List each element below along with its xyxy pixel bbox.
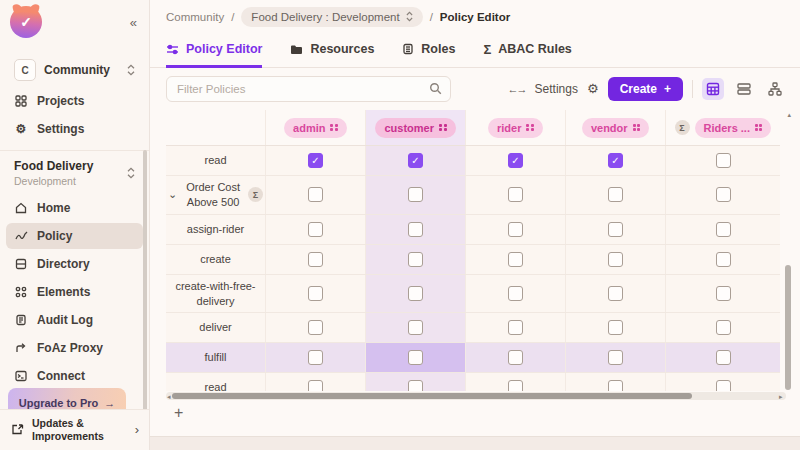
sidebar-item-connect[interactable]: Connect	[6, 363, 143, 389]
tab-abac-rules[interactable]: Σ ABAC Rules	[483, 33, 571, 68]
view-table-button[interactable]	[702, 78, 724, 100]
permission-checkbox[interactable]	[308, 252, 323, 267]
permission-checkbox[interactable]	[308, 187, 323, 202]
search-icon	[429, 82, 442, 95]
role-grid-icon	[439, 124, 447, 132]
gear-icon[interactable]: ⚙	[587, 81, 599, 96]
role-pill[interactable]: customer	[375, 118, 455, 138]
project-selector[interactable]: Food Delivery Development	[8, 157, 141, 189]
permission-checkbox[interactable]	[408, 252, 423, 267]
permission-checkbox[interactable]	[508, 380, 523, 391]
permission-cell: ✓	[266, 146, 366, 175]
permission-checkbox[interactable]	[608, 320, 623, 335]
permission-checkbox[interactable]	[508, 222, 523, 237]
sidebar-collapse-icon[interactable]: «	[130, 15, 137, 30]
resize-columns-icon[interactable]: ←→	[508, 83, 526, 95]
policy-icon	[14, 230, 28, 242]
matrix-row: create	[166, 245, 780, 275]
permission-checkbox[interactable]: ✓	[408, 153, 423, 168]
view-list-button[interactable]	[733, 78, 755, 100]
permission-checkbox[interactable]: ✓	[608, 153, 623, 168]
filter-policies-field[interactable]	[166, 76, 451, 102]
role-pill[interactable]: rider	[488, 118, 543, 138]
org-selector[interactable]: C Community	[8, 54, 141, 86]
permission-checkbox[interactable]	[408, 286, 423, 301]
permission-checkbox[interactable]	[308, 286, 323, 301]
permission-checkbox[interactable]	[716, 222, 731, 237]
permission-checkbox[interactable]	[716, 350, 731, 365]
role-pill[interactable]: admin	[284, 118, 347, 138]
breadcrumb: Community / Food Delivery : Development …	[150, 0, 800, 33]
sidebar-scrollbar[interactable]	[143, 150, 147, 422]
permission-checkbox[interactable]	[308, 320, 323, 335]
permission-checkbox[interactable]	[716, 380, 731, 391]
breadcrumb-root[interactable]: Community	[166, 11, 224, 23]
settings-button[interactable]: Settings	[535, 82, 578, 96]
tab-policy-editor[interactable]: Policy Editor	[166, 33, 262, 68]
permission-checkbox[interactable]	[408, 187, 423, 202]
sidebar-item-audit-log[interactable]: Audit Log	[6, 307, 143, 333]
permission-checkbox[interactable]	[608, 286, 623, 301]
permission-checkbox[interactable]	[716, 153, 731, 168]
action-label-cell: create	[166, 245, 266, 274]
scroll-left-arrow-icon[interactable]: ◂	[167, 392, 171, 401]
permission-checkbox[interactable]	[716, 187, 731, 202]
chevron-down-icon[interactable]: ⌄	[168, 188, 177, 201]
role-header-cell: admin	[266, 110, 366, 145]
tab-roles[interactable]: Roles	[402, 33, 455, 68]
sidebar-item-elements[interactable]: Elements	[6, 279, 143, 305]
tab-bar: Policy Editor Resources Roles Σ ABAC Rul…	[150, 33, 800, 68]
filter-policies-input[interactable]	[175, 82, 429, 96]
permission-cell	[266, 275, 366, 313]
horizontal-scrollbar[interactable]	[166, 392, 786, 400]
matrix-header-row: admincustomerridervendorΣRiders ...	[166, 110, 780, 146]
action-label: read	[204, 153, 226, 168]
add-policy-button[interactable]: +	[168, 403, 188, 423]
permission-checkbox[interactable]	[408, 222, 423, 237]
permission-checkbox[interactable]	[508, 350, 523, 365]
permission-checkbox[interactable]	[408, 380, 423, 391]
action-label-cell: deliver	[166, 313, 266, 342]
permission-checkbox[interactable]	[716, 252, 731, 267]
permission-checkbox[interactable]	[608, 222, 623, 237]
permission-checkbox[interactable]: ✓	[508, 153, 523, 168]
role-pill[interactable]: vendor	[582, 118, 649, 138]
view-graph-button[interactable]	[764, 78, 786, 100]
permission-checkbox[interactable]	[716, 320, 731, 335]
vertical-scrollbar[interactable]	[785, 112, 791, 390]
role-grid-icon	[755, 124, 763, 132]
breadcrumb-project-env-selector[interactable]: Food Delivery : Development	[241, 7, 422, 27]
sigma-icon: Σ	[483, 42, 491, 57]
permission-cell	[566, 176, 666, 214]
create-button[interactable]: Create +	[608, 77, 683, 101]
permission-checkbox[interactable]	[508, 187, 523, 202]
sidebar-item-directory[interactable]: Directory	[6, 251, 143, 277]
permission-checkbox[interactable]	[608, 252, 623, 267]
permission-checkbox[interactable]	[608, 380, 623, 391]
permission-checkbox[interactable]	[508, 320, 523, 335]
permission-checkbox[interactable]	[608, 187, 623, 202]
permission-checkbox[interactable]	[508, 252, 523, 267]
action-label-cell: create-with-free-delivery	[166, 275, 266, 313]
permission-checkbox[interactable]	[308, 380, 323, 391]
tab-resources[interactable]: Resources	[290, 33, 374, 68]
sidebar-item-updates[interactable]: Updates & Improvements ›	[0, 409, 149, 450]
scroll-right-arrow-icon[interactable]: ▸	[779, 392, 783, 401]
sidebar-item-foaz-proxy[interactable]: FoAz Proxy	[6, 335, 143, 361]
permission-checkbox[interactable]	[408, 350, 423, 365]
permission-checkbox[interactable]	[308, 350, 323, 365]
permission-checkbox[interactable]: ✓	[308, 153, 323, 168]
sidebar-item-home[interactable]: Home	[6, 195, 143, 221]
permission-checkbox[interactable]	[716, 286, 731, 301]
action-label-cell: fulfill	[166, 343, 266, 372]
role-pill[interactable]: Riders ...	[695, 118, 772, 138]
grid-icon	[14, 95, 28, 107]
permission-cell	[566, 343, 666, 372]
permission-checkbox[interactable]	[608, 350, 623, 365]
sidebar-item-policy[interactable]: Policy	[6, 223, 143, 249]
sidebar-item-settings[interactable]: ⚙ Settings	[6, 116, 143, 142]
permission-checkbox[interactable]	[508, 286, 523, 301]
permission-checkbox[interactable]	[408, 320, 423, 335]
permission-checkbox[interactable]	[308, 222, 323, 237]
sidebar-item-projects[interactable]: Projects	[6, 88, 143, 114]
